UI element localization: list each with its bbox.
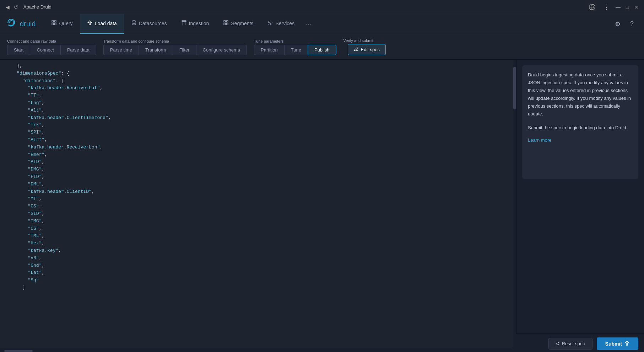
reset-icon: ↺ — [556, 341, 560, 346]
segments-icon — [223, 20, 229, 27]
settings-icon[interactable]: ⚙ — [611, 18, 624, 31]
code-content[interactable]: }, "dimensionsSpec": { "dimensions": [ "… — [0, 60, 513, 348]
info-card: Druid begins ingesting data once you sub… — [522, 65, 638, 179]
svg-rect-1 — [52, 21, 54, 22]
code-line: "CS", — [6, 225, 508, 233]
main-area: }, "dimensionsSpec": { "dimensions": [ "… — [0, 60, 644, 352]
code-line: "GS", — [6, 203, 508, 210]
maximize-button[interactable]: □ — [624, 4, 631, 10]
code-line: "MT", — [6, 195, 508, 203]
code-line: "kafka.header.ReceiverLat", — [6, 85, 508, 92]
info-description: Druid begins ingesting data once you sub… — [528, 71, 633, 118]
edit-spec-button[interactable]: Edit spec — [348, 44, 386, 55]
step-parse-data[interactable]: Parse data — [60, 45, 96, 55]
section4-title: Verify and submit — [343, 38, 386, 43]
code-line: "Emer", — [6, 151, 508, 159]
section3-title: Tune parameters — [254, 39, 336, 43]
code-line: "DML", — [6, 181, 508, 188]
close-button[interactable]: ✕ — [633, 4, 640, 10]
nav-right: ⚙ ? — [611, 18, 638, 31]
code-line: "TT", — [6, 92, 508, 99]
step-filter[interactable]: Filter — [173, 45, 196, 55]
nav-load-data-label: Load data — [95, 21, 117, 26]
minimize-button[interactable]: — — [615, 4, 621, 10]
section2-steps: Parse time Transform Filter Configure sc… — [103, 45, 247, 55]
step-transform[interactable]: Transform — [139, 45, 173, 55]
code-line: "Alrt", — [6, 136, 508, 144]
reset-spec-button[interactable]: ↺ Reset spec — [548, 338, 592, 350]
step-configure-schema[interactable]: Configure schema — [196, 45, 247, 55]
scrollbar-thumb — [513, 67, 516, 109]
back-button[interactable]: ◀ — [4, 4, 11, 10]
nav-query-label: Query — [59, 21, 72, 26]
submit-button[interactable]: Submit — [597, 337, 638, 350]
right-panel: Druid begins ingesting data once you sub… — [516, 60, 644, 352]
services-icon — [267, 20, 273, 27]
code-line: "Lng", — [6, 99, 508, 107]
code-line: "Hex", — [6, 240, 508, 247]
steps-bar: Connect and parse raw data Start Connect… — [0, 34, 644, 60]
code-editor[interactable]: }, "dimensionsSpec": { "dimensions": [ "… — [0, 60, 513, 352]
code-line: "kafka.key", — [6, 247, 508, 255]
svg-rect-3 — [52, 23, 54, 25]
help-icon[interactable]: ? — [626, 18, 638, 31]
nav-segments[interactable]: Segments — [216, 14, 260, 34]
code-line: ] — [6, 284, 508, 292]
nav-segments-label: Segments — [231, 21, 253, 26]
learn-more-link[interactable]: Learn more — [528, 137, 551, 143]
vertical-scrollbar[interactable] — [513, 60, 516, 352]
query-icon — [51, 20, 57, 27]
section-transform: Transform data and configure schema Pars… — [103, 39, 247, 55]
titlebar: ◀ ↺ Apache Druid ⋮ — □ ✕ — [0, 0, 644, 14]
section4-steps: Edit spec — [343, 44, 386, 55]
code-line: "SPI", — [6, 129, 508, 136]
section-submit: Verify and submit Edit spec — [343, 38, 386, 55]
svg-point-5 — [132, 21, 136, 22]
section-tune: Tune parameters Partition Tune Publish — [254, 39, 336, 55]
step-partition[interactable]: Partition — [254, 45, 284, 55]
step-tune[interactable]: Tune — [284, 45, 308, 55]
code-line: "dimensions": [ — [6, 77, 508, 85]
section1-steps: Start Connect Parse data — [7, 45, 96, 55]
code-line: "kafka.header.ReceiverLon", — [6, 144, 508, 151]
logo-icon — [6, 17, 17, 31]
step-parse-time[interactable]: Parse time — [103, 45, 139, 55]
code-line: "kafka.header.ClientID", — [6, 188, 508, 196]
edit-spec-icon — [354, 47, 359, 53]
svg-point-7 — [270, 22, 271, 23]
nav-services[interactable]: Services — [260, 14, 302, 34]
navbar: druid Query Load data Datasources Ingest… — [0, 14, 644, 34]
load-data-icon — [87, 20, 93, 27]
datasources-icon — [131, 20, 137, 27]
section2-title: Transform data and configure schema — [103, 39, 247, 43]
refresh-button[interactable]: ↺ — [13, 4, 19, 10]
section3-steps: Partition Tune Publish — [254, 45, 336, 55]
code-line: "Trk", — [6, 121, 508, 129]
code-line: "Lat", — [6, 269, 508, 277]
code-line: "TML", — [6, 232, 508, 240]
logo-text: druid — [20, 20, 36, 28]
nav-datasources[interactable]: Datasources — [124, 14, 174, 34]
nav-ingestion[interactable]: Ingestion — [174, 14, 216, 34]
step-publish[interactable]: Publish — [308, 45, 336, 55]
section-connect: Connect and parse raw data Start Connect… — [7, 39, 96, 55]
window-controls: ◀ ↺ — [4, 4, 19, 10]
horizontal-scrollbar[interactable] — [0, 348, 513, 352]
nav-query[interactable]: Query — [44, 14, 80, 34]
ingestion-icon — [181, 20, 187, 27]
more-options-icon[interactable]: ⋮ — [601, 1, 612, 13]
code-line: "DMG", — [6, 166, 508, 173]
logo: druid — [6, 17, 36, 31]
code-line: "SID", — [6, 210, 508, 218]
code-line: "Alt", — [6, 107, 508, 114]
translate-icon[interactable] — [586, 1, 598, 13]
code-line: "Sq" — [6, 277, 508, 284]
code-line: "kafka.header.ClientTimezone", — [6, 114, 508, 122]
step-connect[interactable]: Connect — [30, 45, 60, 55]
nav-load-data[interactable]: Load data — [80, 14, 124, 34]
nav-datasources-label: Datasources — [139, 21, 167, 26]
nav-more[interactable]: ··· — [302, 14, 315, 34]
code-line: "Gnd", — [6, 262, 508, 270]
submit-icon — [624, 340, 630, 347]
step-start[interactable]: Start — [7, 45, 30, 55]
